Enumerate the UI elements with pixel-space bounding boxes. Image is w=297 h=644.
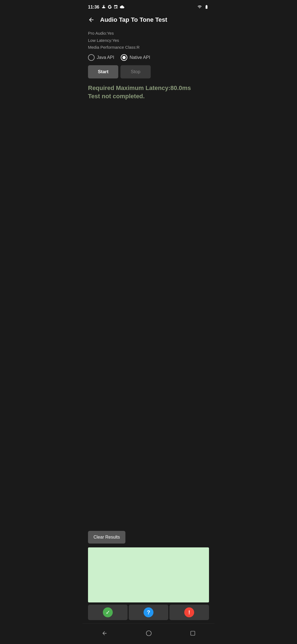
svg-rect-1 [191, 631, 195, 635]
pass-status-button[interactable]: ✓ [88, 605, 128, 620]
nav-recents-button[interactable] [183, 628, 202, 638]
google-icon [108, 5, 112, 10]
nav-back-button[interactable] [95, 628, 114, 638]
fan-icon [101, 5, 106, 10]
clear-results-button[interactable]: Clear Results [88, 531, 125, 544]
fail-status-button[interactable]: ! [169, 605, 209, 620]
status-time: 11:36 [88, 5, 99, 10]
control-buttons: Start Stop [88, 65, 209, 78]
low-latency-info: Low Latency:Yes [88, 37, 209, 44]
calendar-icon [114, 5, 118, 10]
battery-icon [204, 5, 209, 10]
native-api-option[interactable]: Native API [121, 54, 150, 61]
native-api-radio[interactable] [121, 54, 127, 61]
bottom-status-bar: ✓ ? ! [88, 605, 209, 620]
status-bar-right [197, 5, 209, 10]
status-bar-left: 11:36 [88, 5, 125, 10]
java-api-label: Java API [97, 55, 114, 60]
media-performance-info: Media Performance Class:R [88, 44, 209, 51]
stop-button[interactable]: Stop [120, 65, 151, 78]
question-icon: ? [144, 607, 153, 617]
nav-home-button[interactable] [139, 628, 158, 638]
latency-text: Required Maximum Latency:80.0ms [88, 84, 209, 92]
page-title: Audio Tap To Tone Test [100, 16, 167, 23]
cloud-icon [120, 5, 125, 10]
chart-area [88, 547, 209, 602]
toolbar: Audio Tap To Tone Test [82, 13, 215, 28]
java-api-option[interactable]: Java API [88, 54, 114, 61]
exclamation-icon: ! [184, 607, 194, 617]
completion-text: Test not completed. [88, 92, 209, 101]
pro-audio-info: Pro Audio:Yes [88, 30, 209, 37]
bottom-nav [82, 623, 215, 644]
content: Pro Audio:Yes Low Latency:Yes Media Perf… [82, 28, 215, 623]
java-api-radio[interactable] [88, 54, 95, 61]
check-icon: ✓ [103, 607, 113, 617]
status-result: Required Maximum Latency:80.0ms Test not… [88, 84, 209, 101]
native-api-label: Native API [130, 55, 150, 60]
svg-point-0 [146, 631, 151, 636]
api-radio-group: Java API Native API [88, 54, 209, 61]
start-button[interactable]: Start [88, 65, 118, 78]
unknown-status-button[interactable]: ? [129, 605, 168, 620]
status-icons [101, 5, 125, 10]
wifi-icon [197, 5, 202, 10]
status-bar: 11:36 [82, 0, 215, 13]
back-button[interactable] [87, 15, 96, 24]
